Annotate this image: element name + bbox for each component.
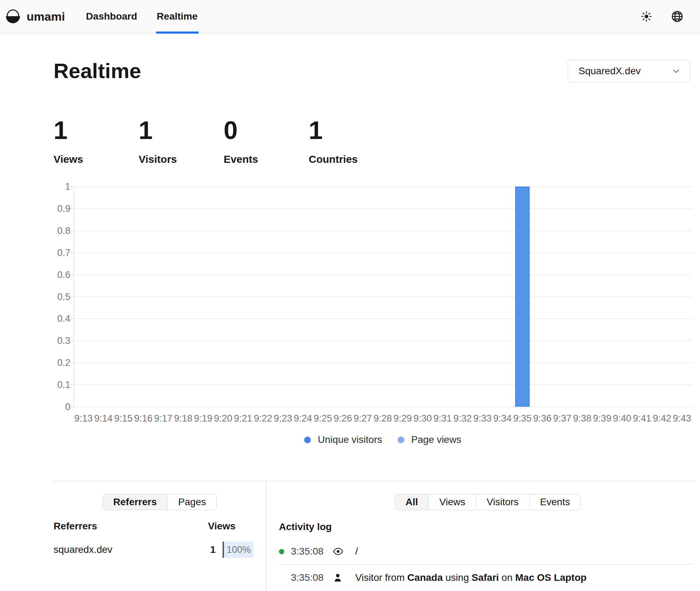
activity-panel: AllViewsVisitorsEvents Activity log 3:35…	[266, 481, 696, 591]
x-axis-label: 9:13	[74, 413, 93, 424]
x-axis-label: 9:38	[573, 413, 592, 424]
x-axis-label: 9:15	[114, 413, 133, 424]
x-axis-label: 9:33	[473, 413, 492, 424]
x-axis-label: 9:19	[194, 413, 212, 424]
x-axis-label: 9:36	[533, 413, 552, 424]
gridline	[74, 318, 692, 319]
stat-label: Countries	[309, 153, 394, 165]
header-actions	[637, 7, 687, 26]
person-icon	[333, 573, 343, 583]
theme-toggle-button[interactable]	[637, 7, 656, 26]
gridline	[74, 362, 692, 363]
nav-item-realtime[interactable]: Realtime	[156, 0, 198, 33]
gridline	[74, 274, 692, 275]
y-axis-tick	[70, 318, 73, 319]
y-axis-tick	[70, 340, 73, 341]
x-axis-label: 9:23	[274, 413, 292, 424]
legend-item-page-views[interactable]: Page views	[398, 434, 461, 445]
y-axis-label: 0.1	[54, 380, 70, 390]
toggle-pages[interactable]: Pages	[167, 494, 216, 510]
x-axis-label: 9:35	[513, 413, 532, 424]
referrer-link[interactable]: squaredx.dev	[54, 544, 210, 555]
y-axis-tick	[70, 274, 73, 275]
entry-text-part: using	[443, 572, 472, 583]
activity-log-title: Activity log	[279, 521, 696, 533]
language-button[interactable]	[668, 7, 687, 26]
x-axis-label: 9:24	[294, 413, 312, 424]
filter-all[interactable]: All	[395, 494, 429, 510]
y-axis-label: 0.8	[54, 225, 70, 236]
gridline	[74, 384, 692, 385]
legend-label: Page views	[411, 434, 461, 445]
y-axis-tick	[70, 384, 73, 385]
x-axis-label: 9:21	[234, 413, 252, 424]
activity-entry: 3:35:08Visitor from Canada using Safari …	[279, 565, 693, 591]
entry-description: /	[355, 546, 358, 557]
globe-icon	[671, 11, 683, 22]
live-dot-icon	[279, 549, 284, 554]
x-axis-label: 9:22	[254, 413, 272, 424]
referrers-panel: ReferrersPages Referrers Views squaredx.…	[54, 481, 266, 591]
legend-label: Unique visitors	[318, 434, 382, 445]
y-axis-label: 0	[54, 402, 70, 412]
stat-value: 1	[54, 118, 139, 143]
x-axis-label: 9:16	[134, 413, 153, 424]
x-axis-label: 9:37	[553, 413, 572, 424]
brand-name: umami	[27, 10, 65, 23]
x-axis-label: 9:28	[373, 413, 392, 424]
y-axis-label: 0.7	[54, 247, 70, 258]
x-axis-label: 9:32	[453, 413, 472, 424]
entry-text-part: Mac OS Laptop	[515, 572, 587, 583]
realtime-stats: 1Views1Visitors0Events1Countries	[54, 118, 394, 165]
umami-logo-link[interactable]: umami	[5, 8, 65, 25]
page-head: Realtime SquaredX.dev	[54, 59, 690, 83]
y-axis-tick	[70, 186, 73, 187]
x-axis-label: 9:27	[354, 413, 372, 424]
x-axis-label: 9:26	[334, 413, 352, 424]
chevron-down-icon	[671, 66, 681, 76]
y-axis-label: 1	[54, 181, 70, 192]
filter-events[interactable]: Events	[529, 494, 581, 510]
y-axis-label: 0.2	[54, 357, 70, 368]
stat-label: Visitors	[139, 153, 224, 165]
stat-label: Views	[54, 153, 139, 165]
stat-value: 1	[139, 118, 224, 143]
website-select-value: SquaredX.dev	[579, 65, 640, 77]
filter-visitors[interactable]: Visitors	[476, 494, 529, 510]
page-title: Realtime	[54, 59, 141, 83]
toggle-referrers[interactable]: Referrers	[103, 494, 168, 510]
live-indicator-column	[279, 549, 291, 554]
legend-item-unique-visitors[interactable]: Unique visitors	[304, 434, 382, 445]
entry-description: Visitor from Canada using Safari on Mac …	[355, 572, 587, 583]
y-axis-tick	[70, 208, 73, 209]
bar-9-35[interactable]	[515, 187, 530, 407]
y-axis-tick	[70, 297, 73, 297]
entry-page-link[interactable]: /	[355, 546, 358, 557]
x-axis-label: 9:31	[433, 413, 452, 424]
x-axis-label: 9:20	[214, 413, 232, 424]
filter-views[interactable]: Views	[428, 494, 476, 510]
top-nav-bar: umami DashboardRealtime	[0, 0, 700, 34]
realtime-chart: Unique visitorsPage views 10.90.80.70.60…	[54, 175, 692, 452]
stat-visitors: 1Visitors	[139, 118, 224, 165]
y-axis-label: 0.9	[54, 203, 70, 214]
x-axis-label: 9:34	[493, 413, 512, 424]
website-select[interactable]: SquaredX.dev	[568, 60, 690, 82]
y-axis-tick	[70, 252, 73, 253]
activity-log-list: 3:35:08/3:35:08Visitor from Canada using…	[279, 539, 693, 591]
y-axis-tick	[70, 362, 73, 363]
entry-text-part: Canada	[407, 572, 443, 583]
stat-views: 1Views	[54, 118, 139, 165]
x-axis-label: 9:39	[593, 413, 611, 424]
nav-item-dashboard[interactable]: Dashboard	[85, 0, 138, 33]
x-axis-label: 9:30	[413, 413, 432, 424]
stat-countries: 1Countries	[309, 118, 394, 165]
column-header-referrers: Referrers	[54, 521, 208, 532]
y-axis-tick	[70, 230, 73, 231]
x-axis-label: 9:41	[633, 413, 651, 424]
eye-icon	[333, 546, 343, 557]
x-axis-label: 9:14	[94, 413, 113, 424]
referrer-percent-badge: 100%	[223, 542, 253, 558]
gridline	[74, 297, 692, 297]
stat-value: 0	[224, 118, 309, 143]
